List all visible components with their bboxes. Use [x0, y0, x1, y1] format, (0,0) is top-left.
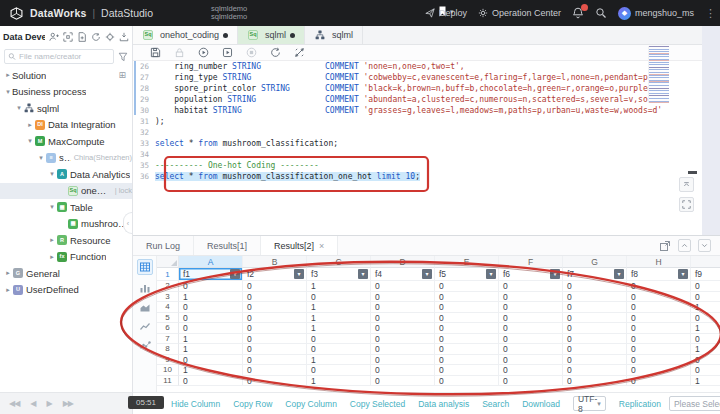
data-cell[interactable]: 0 [371, 344, 435, 355]
data-cell[interactable]: 1 [307, 313, 371, 324]
data-cell[interactable]: 0 [371, 334, 435, 345]
column-header-e[interactable]: E [435, 256, 499, 268]
data-cell[interactable]: 0 [371, 323, 435, 334]
import-icon[interactable] [118, 31, 129, 42]
view-switch-icon[interactable]: ⊞ [118, 70, 126, 80]
data-cell[interactable]: 0 [371, 281, 435, 292]
field-dropdown-icon[interactable]: ▾ [678, 269, 688, 279]
data-cell[interactable]: 0 [499, 302, 563, 313]
column-header-c[interactable]: C [307, 256, 371, 268]
data-cell[interactable]: 0 [563, 344, 627, 355]
row-number[interactable]: 11 [157, 376, 179, 387]
bar-chart-icon[interactable] [139, 282, 151, 294]
data-cell[interactable]: 0 [627, 365, 691, 376]
data-cell[interactable]: 1 [179, 334, 243, 345]
locate-icon[interactable] [104, 31, 115, 42]
field-dropdown-icon[interactable]: ▾ [422, 269, 432, 279]
data-cell[interactable]: 0 [179, 281, 243, 292]
data-cell[interactable]: 0 [563, 323, 627, 334]
tree-item-data-integration[interactable]: ▸DIData Integration [0, 117, 132, 134]
data-cell[interactable]: 0 [435, 344, 499, 355]
field-cell-f6[interactable]: f6▾ [499, 268, 563, 281]
tree-item-onehot-coding[interactable]: Sqonehot_coding| lock [0, 183, 132, 200]
column-header-d[interactable]: D [371, 256, 435, 268]
tree-item-sqlml[interactable]: ▾≡sqlmlChina(Shenzhen) [0, 150, 132, 167]
data-cell[interactable]: 0 [243, 292, 307, 303]
field-cell-f3[interactable]: f3▾ [307, 268, 371, 281]
data-cell[interactable]: 0 [179, 313, 243, 324]
row-number[interactable]: 5 [157, 313, 179, 324]
field-dropdown-icon[interactable]: ▾ [550, 269, 560, 279]
code-line[interactable]: 32 [133, 127, 720, 138]
data-cell[interactable]: 0 [499, 323, 563, 334]
data-cell[interactable]: 0 [691, 292, 720, 303]
data-cell[interactable]: 0 [627, 355, 691, 366]
field-cell-f1[interactable]: f1▾ [179, 268, 243, 281]
data-cell[interactable]: 1 [307, 281, 371, 292]
close-tab-icon[interactable]: × [319, 241, 324, 251]
go-offline-icon[interactable] [294, 47, 305, 58]
data-cell[interactable]: 0 [499, 344, 563, 355]
data-cell[interactable]: 1 [179, 365, 243, 376]
data-cell[interactable]: 0 [243, 355, 307, 366]
data-cell[interactable]: 0 [435, 292, 499, 303]
row-number[interactable]: 2 [157, 281, 179, 292]
search-help-button[interactable] [595, 7, 607, 19]
code-line[interactable]: 34 [133, 149, 720, 160]
code-line[interactable]: 26 ring_number STRINGCOMMENT 'none=n,one… [133, 61, 720, 72]
data-cell[interactable]: 1 [179, 344, 243, 355]
data-cell[interactable]: 0 [371, 302, 435, 313]
minimap-slider[interactable] [688, 171, 697, 174]
collapse-down-icon[interactable] [698, 239, 711, 252]
results-tab-results-2[interactable]: Results[2]× [261, 236, 338, 255]
tree-item-resource[interactable]: ▸RResource [0, 232, 132, 249]
encoding-select[interactable]: UTF-8 ▾ [573, 396, 606, 411]
data-cell[interactable]: 0 [435, 376, 499, 387]
field-dropdown-icon[interactable]: ▾ [294, 269, 304, 279]
tree-item-maxcompute[interactable]: ▾MMaxCompute [0, 133, 132, 150]
add-user-icon[interactable] [48, 31, 59, 42]
data-cell[interactable]: 1 [307, 323, 371, 334]
sidebar-collapse-handle[interactable]: ‹ [123, 212, 132, 234]
code-line[interactable]: 27 ring_type STRINGCOMMENT 'cobwebby=c,e… [133, 72, 720, 83]
deploy-button[interactable]: Deploy [425, 8, 467, 18]
data-cell[interactable]: 0 [499, 281, 563, 292]
column-header-b[interactable]: B [243, 256, 307, 268]
data-cell[interactable]: 0 [371, 376, 435, 387]
column-header-g[interactable]: G [563, 256, 627, 268]
data-cell[interactable]: 0 [499, 292, 563, 303]
column-header-h[interactable]: H [627, 256, 691, 268]
results-tab-results-1[interactable]: Results[1] [194, 236, 261, 255]
data-cell[interactable]: 0 [563, 281, 627, 292]
data-cell[interactable]: 0 [563, 376, 627, 387]
field-dropdown-icon[interactable]: ▾ [486, 269, 496, 279]
data-cell[interactable]: 0 [563, 365, 627, 376]
advanced-run-icon[interactable] [222, 47, 233, 58]
data-cell[interactable]: 0 [435, 313, 499, 324]
data-cell[interactable]: 0 [243, 302, 307, 313]
code-line[interactable]: 29 population STRINGCOMMENT 'abundant=a,… [133, 94, 720, 105]
data-cell[interactable]: 0 [499, 313, 563, 324]
area-chart-icon[interactable] [139, 301, 151, 313]
statusbar-link-data-analysis[interactable]: Data analysis [418, 399, 469, 409]
data-cell[interactable]: 0 [243, 323, 307, 334]
data-cell[interactable]: 0 [627, 313, 691, 324]
collapse-up-icon[interactable] [678, 239, 691, 252]
step-back-icon[interactable]: ◀ [30, 399, 35, 408]
filter-funnel-icon[interactable] [117, 51, 128, 62]
field-cell-f9[interactable]: f9▾ [691, 268, 720, 281]
row-number[interactable]: 9 [157, 355, 179, 366]
data-cell[interactable]: 0 [691, 355, 720, 366]
field-dropdown-icon[interactable]: ▾ [614, 269, 624, 279]
data-cell[interactable]: 0 [307, 334, 371, 345]
data-cell[interactable]: 0 [179, 302, 243, 313]
data-cell[interactable]: 0 [435, 323, 499, 334]
data-cell[interactable]: 0 [627, 281, 691, 292]
code-line[interactable]: 28 spore_print_color STRINGCOMMENT 'blac… [133, 83, 720, 94]
data-cell[interactable]: 0 [371, 355, 435, 366]
data-cell[interactable]: 0 [499, 355, 563, 366]
data-cell[interactable]: 0 [435, 355, 499, 366]
data-cell[interactable]: 0 [307, 292, 371, 303]
user-menu[interactable]: ◆ mengshuo_ms [618, 7, 694, 20]
field-cell-f2[interactable]: f2▾ [243, 268, 307, 281]
